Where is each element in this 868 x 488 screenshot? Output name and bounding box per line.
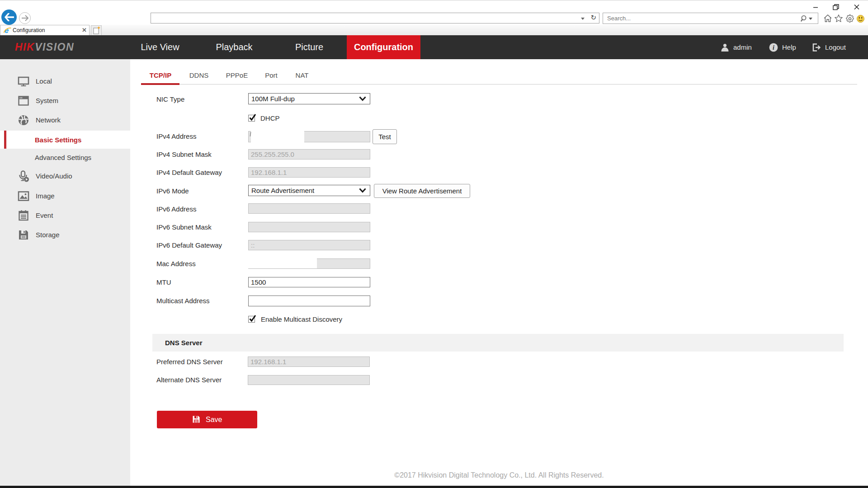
sidebar-item-storage[interactable]: Storage (0, 225, 130, 244)
tab-nat[interactable]: NAT (296, 67, 309, 83)
new-tab-button[interactable] (91, 25, 102, 36)
help-button[interactable]: i Help (769, 35, 796, 59)
mac-address-redaction (248, 258, 317, 268)
logout-button[interactable]: Logout (812, 35, 846, 59)
save-button[interactable]: Save (157, 411, 257, 428)
settings-gear-icon[interactable] (846, 14, 854, 23)
user-icon (721, 43, 729, 52)
address-bar[interactable]: ↻ (151, 13, 599, 23)
nav-item-picture[interactable]: Picture (295, 35, 323, 59)
search-icon[interactable] (801, 15, 808, 22)
tabs-separator (141, 84, 857, 84)
dns-server-section-header: DNS Server (152, 334, 844, 352)
ipv6-gateway-input[interactable] (248, 240, 370, 250)
ipv4-subnet-input[interactable] (248, 149, 370, 160)
enable-multicast-checkbox[interactable] (248, 316, 255, 323)
feedback-smiley-icon[interactable] (857, 15, 864, 23)
sidebar-item-image[interactable]: Image (0, 186, 130, 206)
ipv4-address-redaction (251, 130, 304, 143)
browser-forward-button[interactable] (19, 12, 31, 24)
main-content: TCP/IP DDNS PPPoE Port NAT NIC Type 100M… (130, 59, 868, 486)
ipv6-gateway-label: IPv6 Default Gateway (156, 236, 247, 254)
nic-type-select[interactable]: 100M Full-dup (248, 93, 370, 104)
page: ↻ Search... (0, 0, 868, 488)
minimize-button[interactable] (811, 3, 820, 13)
storage-icon (18, 229, 29, 241)
tab-tcpip[interactable]: TCP/IP (150, 67, 171, 83)
ipv4-address-label: IPv4 Address (156, 127, 247, 145)
multicast-address-input[interactable] (248, 296, 370, 306)
sidebar-item-network[interactable]: Network (0, 110, 130, 130)
ipv4-gateway-input[interactable] (248, 167, 370, 178)
search-dropdown-caret-icon[interactable] (809, 18, 812, 20)
browser-back-button[interactable] (1, 9, 17, 25)
ie-icon: e (4, 27, 11, 34)
sidebar: Local System Network Basic Settings (0, 59, 130, 486)
preferred-dns-label: Preferred DNS Server (156, 352, 247, 371)
system-window-icon (18, 95, 29, 107)
forward-arrow-icon (21, 15, 29, 21)
sidebar-item-advanced-settings[interactable]: Advanced Settings (0, 149, 130, 166)
ipv6-subnet-label: IPv6 Subnet Mask (156, 218, 247, 236)
ipv6-address-input[interactable] (248, 203, 370, 214)
nav-item-playback[interactable]: Playback (216, 35, 252, 59)
save-floppy-icon (192, 415, 200, 423)
dhcp-label: DHCP (260, 115, 280, 122)
alternate-dns-label: Alternate DNS Server (156, 371, 247, 389)
mtu-input[interactable] (248, 277, 370, 287)
svg-text:i: i (773, 44, 774, 51)
sidebar-item-event[interactable]: Event (0, 206, 130, 225)
close-button[interactable] (853, 3, 861, 13)
tab-ddns[interactable]: DDNS (189, 67, 209, 83)
refresh-icon[interactable]: ↻ (590, 14, 596, 22)
browser-tab-configuration[interactable]: e Configuration ✕ (0, 25, 90, 36)
user-menu[interactable]: admin (721, 35, 752, 59)
checkmark-icon (249, 113, 256, 121)
view-route-advertisement-button[interactable]: View Route Advertisement (374, 184, 470, 198)
taskbar-edge (0, 486, 868, 488)
event-icon (18, 210, 29, 221)
active-tab-underline (141, 83, 179, 85)
tab-close-icon[interactable]: ✕ (82, 27, 87, 33)
ipv6-subnet-input[interactable] (248, 222, 370, 232)
alternate-dns-input[interactable] (248, 375, 370, 385)
help-icon: i (769, 43, 778, 52)
multicast-address-label: Multicast Address (156, 291, 247, 310)
new-tab-page-icon (91, 26, 101, 35)
sidebar-item-video-audio[interactable]: Video/Audio (0, 166, 130, 186)
ipv4-gateway-label: IPv4 Default Gateway (156, 163, 247, 181)
ipv6-mode-label: IPv6 Mode (156, 182, 247, 200)
nic-type-label: NIC Type (156, 90, 247, 108)
search-placeholder: Search... (607, 15, 631, 22)
tab-port[interactable]: Port (265, 67, 278, 83)
logout-label: Logout (825, 43, 846, 51)
restore-button[interactable] (832, 3, 840, 13)
help-label: Help (782, 43, 796, 51)
sidebar-item-local[interactable]: Local (0, 71, 130, 91)
microphone-icon (18, 170, 29, 182)
active-item-accent-bar (4, 131, 6, 149)
test-button[interactable]: Test (373, 129, 397, 144)
user-name: admin (733, 43, 752, 51)
ipv6-address-label: IPv6 Address (156, 200, 247, 218)
enable-multicast-label: Enable Multicast Discovery (261, 316, 342, 323)
sidebar-item-basic-settings[interactable]: Basic Settings (0, 131, 130, 149)
back-arrow-icon (4, 13, 14, 21)
network-globe-icon (18, 114, 29, 126)
tab-title: Configuration (13, 27, 45, 33)
tab-pppoe[interactable]: PPPoE (226, 67, 248, 83)
home-icon[interactable] (824, 14, 832, 22)
sidebar-item-system[interactable]: System (0, 91, 130, 110)
ipv6-mode-select[interactable]: Route Advertisement (248, 185, 370, 196)
preferred-dns-input[interactable] (248, 357, 370, 367)
monitor-icon (18, 75, 29, 87)
address-dropdown-caret-icon[interactable] (581, 18, 585, 20)
nav-item-live-view[interactable]: Live View (141, 35, 179, 59)
ipv4-subnet-label: IPv4 Subnet Mask (156, 145, 247, 163)
app-header: HIKVISION Live View Playback Picture Con… (0, 35, 868, 59)
favorites-star-icon[interactable] (835, 14, 843, 22)
chevron-down-icon (359, 96, 366, 101)
dhcp-checkbox[interactable] (248, 115, 255, 122)
search-box[interactable]: Search... (603, 13, 818, 24)
nav-item-configuration[interactable]: Configuration (347, 35, 420, 59)
